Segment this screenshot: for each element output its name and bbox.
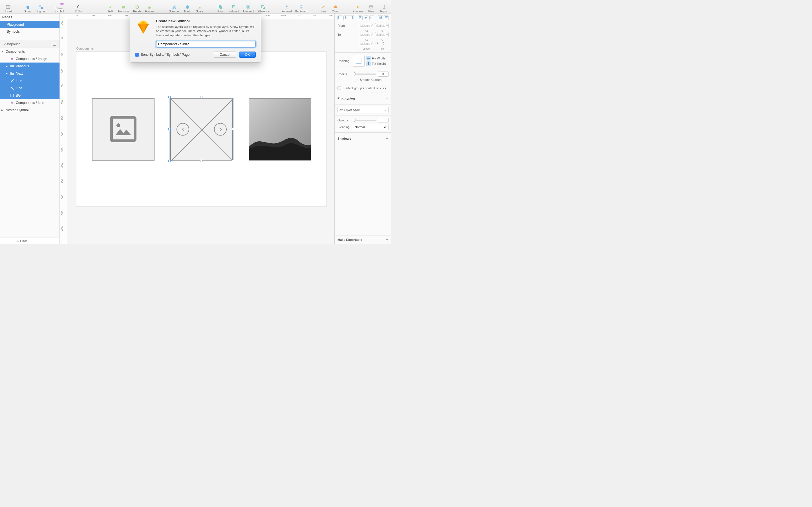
svg-point-10 <box>186 5 189 9</box>
component-image-card[interactable] <box>92 98 154 161</box>
create-symbol-dialog: Create new Symbol. The selected layers w… <box>130 13 261 62</box>
filter-bar[interactable]: ⌕ <box>0 237 59 244</box>
zoom-control[interactable]: − +115% <box>71 1 85 13</box>
layer-icon-symbol[interactable]: Components / Icon <box>0 99 59 107</box>
flip-h-icon[interactable] <box>375 42 381 46</box>
y1-field[interactable]: Multiple V <box>375 23 389 28</box>
add-shadow-icon[interactable]: + <box>386 136 389 141</box>
align-center-v-icon[interactable] <box>364 15 368 20</box>
layer-nested[interactable]: ▶Nested Symbol <box>0 107 59 114</box>
dialog-message: The selected layers will be replaced by … <box>156 25 256 38</box>
page-playground[interactable]: Playground <box>0 21 59 28</box>
cloud-button[interactable]: Cloud <box>330 1 341 13</box>
svg-rect-18 <box>369 6 373 8</box>
x1-field[interactable]: Multiple V <box>360 23 373 28</box>
send-to-symbols-checkbox[interactable]: ✓ Send Symbol to “Symbols” Page <box>135 53 190 57</box>
line-icon <box>10 86 14 90</box>
add-prototyping-icon[interactable]: + <box>386 96 389 101</box>
page-symbols[interactable]: Symbols <box>0 28 59 35</box>
svg-rect-19 <box>11 94 13 97</box>
chevron-down-icon: ⌄ <box>384 108 387 112</box>
insert-button[interactable]: Insert <box>2 1 15 13</box>
edit-button[interactable]: Edit <box>105 1 116 13</box>
svg-rect-15 <box>248 6 249 8</box>
align-left-icon[interactable] <box>338 15 342 20</box>
mask-button[interactable]: Mask <box>182 1 193 13</box>
cancel-button[interactable]: Cancel <box>214 52 236 58</box>
backward-button[interactable]: Backward <box>294 1 308 13</box>
pages-header: Pages + <box>0 13 59 21</box>
layer-next[interactable]: ▶ Next <box>0 70 59 77</box>
layer-components[interactable]: ▼Components <box>0 48 59 55</box>
add-page-icon[interactable]: + <box>55 15 57 20</box>
symbol-name-input[interactable] <box>156 41 256 48</box>
scale-button[interactable]: Scale <box>194 1 205 13</box>
filter-input[interactable] <box>20 239 43 242</box>
radius-field[interactable]: 0 <box>378 71 389 76</box>
toolbar: Insert Group Ungroup Create Symbol − +11… <box>0 0 391 13</box>
distribute-v-icon[interactable] <box>384 15 389 20</box>
exportable-header: Make Exportable <box>338 238 362 241</box>
difference-button[interactable]: Difference <box>256 1 270 13</box>
smooth-corners-checkbox[interactable] <box>353 78 356 81</box>
svg-rect-6 <box>122 6 125 8</box>
flip-v-icon[interactable] <box>382 42 388 46</box>
inspector: From Multiple V Multiple V X1Y1 To Multi… <box>335 13 391 244</box>
svg-point-7 <box>148 6 151 9</box>
layer-style-select[interactable]: No Layer Style⌄ <box>338 107 389 113</box>
layer-image-symbol[interactable]: Components / Image <box>0 55 59 62</box>
preview-button[interactable]: Preview <box>351 1 364 13</box>
svg-point-21 <box>116 123 120 127</box>
selection-box <box>169 97 234 161</box>
artboard-section[interactable]: Playground <box>0 41 59 48</box>
y2-field[interactable]: Multiple V <box>375 32 389 37</box>
select-group-checkbox[interactable] <box>338 86 341 90</box>
search-icon: ⌕ <box>17 239 19 242</box>
union-button[interactable]: Union <box>215 1 226 13</box>
create-symbol-button[interactable]: Create Symbol <box>55 1 70 13</box>
view-button[interactable]: View <box>366 1 377 13</box>
export-button[interactable]: Export <box>379 1 390 13</box>
rotate-button[interactable]: Rotate <box>132 1 143 13</box>
layer-line-2[interactable]: Line <box>0 84 59 92</box>
flatten-button[interactable]: Flatten <box>144 1 155 13</box>
fix-width-icon[interactable] <box>366 56 371 61</box>
subtract-button[interactable]: Subtract <box>227 1 241 13</box>
length-field[interactable]: Multiple V <box>360 41 373 46</box>
scissors-button[interactable]: Scissors <box>167 1 181 13</box>
forward-button[interactable]: Forward <box>280 1 294 13</box>
sketch-app-icon <box>135 19 151 35</box>
ok-button[interactable]: OK <box>239 52 256 58</box>
radius-slider[interactable] <box>353 73 376 75</box>
folder-icon <box>10 71 14 75</box>
layer-line-1[interactable]: Line <box>0 77 59 84</box>
opacity-slider[interactable] <box>353 120 376 121</box>
fix-height-icon[interactable] <box>366 61 371 66</box>
distribute-h-icon[interactable] <box>378 15 383 20</box>
link-button[interactable]: Link <box>318 1 329 13</box>
group-button[interactable]: Group <box>22 1 33 13</box>
layer-bg[interactable]: BG <box>0 92 59 99</box>
line-icon <box>10 79 14 83</box>
svg-rect-17 <box>300 5 303 6</box>
add-export-icon[interactable]: + <box>386 237 389 242</box>
component-photo-card[interactable] <box>249 98 311 161</box>
align-bottom-icon[interactable] <box>369 15 374 20</box>
prototyping-header: Prototyping <box>338 97 355 100</box>
intersect-button[interactable]: Intersect <box>242 1 255 13</box>
symbol-icon <box>10 101 14 105</box>
blending-select[interactable]: Normal▴▾ <box>353 124 389 130</box>
layer-previous[interactable]: ▶ Previous <box>0 62 59 70</box>
ungroup-button[interactable]: Ungroup <box>34 1 48 13</box>
opacity-field[interactable] <box>378 118 389 123</box>
align-center-h-icon[interactable] <box>343 15 348 20</box>
align-right-icon[interactable] <box>349 15 354 20</box>
align-top-icon[interactable] <box>358 15 363 20</box>
svg-rect-2 <box>27 6 29 9</box>
artboard-label[interactable]: Components <box>76 47 94 50</box>
x2-field[interactable]: Multiple V <box>360 32 373 37</box>
transform-button[interactable]: Transform <box>117 1 131 13</box>
opacity-label: Opacity <box>338 119 351 122</box>
resizing-widget[interactable] <box>353 55 364 67</box>
ruler-corner <box>60 13 67 19</box>
